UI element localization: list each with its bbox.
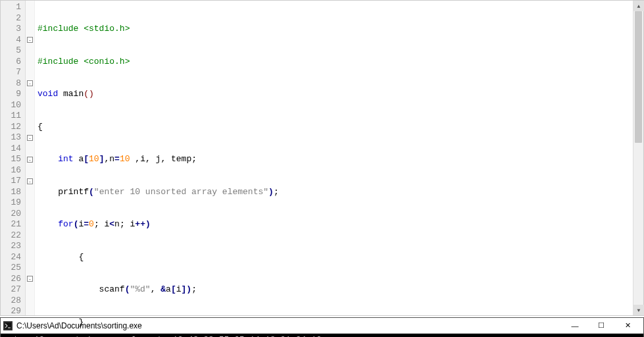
- fold-toggle-icon[interactable]: -: [27, 178, 33, 184]
- line-number: 2: [1, 13, 21, 24]
- line-number: 8: [1, 78, 21, 90]
- code-line[interactable]: #include <stdio.h>: [35, 24, 643, 35]
- line-number: 3: [1, 24, 21, 35]
- line-number: 21: [1, 219, 21, 230]
- vertical-scrollbar[interactable]: ▲ ▼: [633, 1, 643, 315]
- line-number: 9: [1, 89, 21, 100]
- line-number: 5: [1, 45, 21, 57]
- line-number: 6: [1, 57, 21, 68]
- fold-toggle-icon[interactable]: -: [27, 157, 33, 163]
- code-line[interactable]: {: [35, 252, 643, 263]
- console-icon: [3, 321, 12, 330]
- code-line[interactable]: #include <conio.h>: [35, 57, 643, 68]
- code-area[interactable]: #include <stdio.h> #include <conio.h> vo…: [35, 1, 643, 315]
- line-number: 27: [1, 284, 21, 296]
- line-number: 11: [1, 111, 21, 122]
- line-number: 18: [1, 187, 21, 198]
- code-editor[interactable]: 1 2 3 4 5 6 7 8 9 10 11 12 13 14 15 16 1…: [0, 0, 644, 316]
- line-number: 15: [1, 154, 21, 165]
- code-line[interactable]: void main(): [35, 89, 643, 100]
- line-number: 29: [1, 306, 21, 317]
- line-number: 16: [1, 165, 21, 176]
- fold-gutter: - - - - - -: [26, 1, 35, 315]
- code-line[interactable]: printf("enter 10 unsorted array elements…: [35, 187, 643, 198]
- line-number: 19: [1, 197, 21, 209]
- fold-toggle-icon[interactable]: -: [27, 135, 33, 141]
- line-number: 13: [1, 132, 21, 143]
- line-number: 12: [1, 122, 21, 133]
- fold-toggle-icon[interactable]: -: [27, 276, 33, 282]
- line-number: 10: [1, 100, 21, 111]
- line-number: 22: [1, 230, 21, 242]
- fold-toggle-icon[interactable]: -: [27, 80, 33, 86]
- code-line[interactable]: }: [35, 317, 643, 328]
- scroll-down-icon[interactable]: ▼: [633, 305, 644, 315]
- line-number: 25: [1, 263, 21, 274]
- scrollbar-thumb[interactable]: [635, 11, 642, 143]
- code-line[interactable]: for(i=0; i<n; i++): [35, 219, 643, 230]
- code-line[interactable]: {: [35, 122, 643, 133]
- line-number: 4: [1, 35, 21, 46]
- line-number: 24: [1, 252, 21, 263]
- line-number: 17: [1, 176, 21, 187]
- fold-toggle-icon[interactable]: -: [27, 37, 33, 43]
- line-number: 26: [1, 274, 21, 285]
- line-number: 14: [1, 143, 21, 155]
- code-line[interactable]: int a[10],n=10 ,i, j, temp;: [35, 154, 643, 165]
- line-number: 23: [1, 241, 21, 252]
- line-number: 1: [1, 2, 21, 13]
- code-line[interactable]: scanf("%d", &a[i]);: [35, 284, 643, 296]
- line-number: 28: [1, 296, 21, 307]
- scroll-up-icon[interactable]: ▲: [633, 1, 644, 11]
- line-number-gutter: 1 2 3 4 5 6 7 8 9 10 11 12 13 14 15 16 1…: [1, 1, 26, 315]
- line-number: 7: [1, 67, 21, 78]
- line-number: 20: [1, 209, 21, 220]
